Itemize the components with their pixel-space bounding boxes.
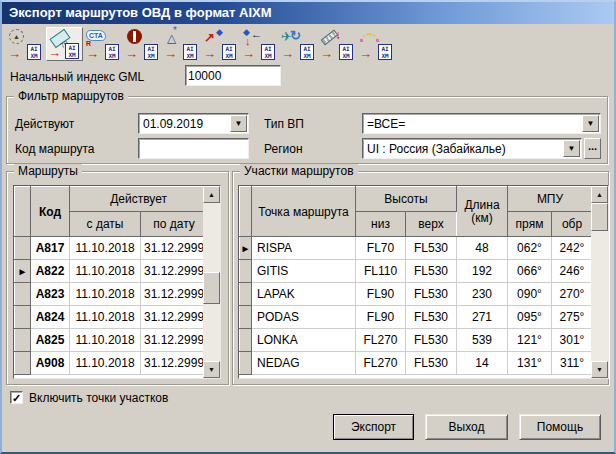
toolbar-button-export-navaids[interactable]: △*→AIXM bbox=[163, 27, 200, 61]
red-arrow-icon: → bbox=[164, 48, 177, 59]
aixm-badge: AIXM bbox=[339, 44, 353, 60]
scroll-thumb[interactable] bbox=[203, 272, 220, 304]
valid-from: 11.10.2018 bbox=[70, 260, 141, 283]
airspace-type-combo[interactable]: =ВСЕ= ▼ bbox=[362, 113, 601, 134]
routes-scrollbar[interactable]: ▲ ▼ bbox=[203, 186, 220, 378]
track-forward: 131° bbox=[508, 352, 552, 375]
scroll-up-button[interactable]: ▲ bbox=[591, 186, 608, 203]
toolbar: ▲→AIXM70→AIXMCTAR→AIXM→AIXM△*→AIXM↗◆→AIX… bbox=[2, 24, 614, 64]
valid-date-combo[interactable]: 01.09.2019 ▼ bbox=[138, 113, 249, 134]
window-title: Экспорт маршрутов ОВД в формат AIXM bbox=[9, 5, 272, 20]
aixm-badge: AIXM bbox=[65, 43, 79, 59]
route-code: A825 bbox=[31, 329, 70, 352]
valid-to: 31.12.2999 bbox=[141, 306, 208, 329]
up-arrow-shape: ↗ bbox=[204, 30, 215, 45]
aixm-badge: AIXM bbox=[144, 44, 158, 60]
chevron-down-icon[interactable]: ▼ bbox=[230, 115, 247, 132]
row-selector bbox=[240, 352, 252, 375]
help-button[interactable]: Помощь bbox=[519, 414, 601, 440]
toolbar-button-export-restricted-zones[interactable]: →AIXM bbox=[124, 27, 161, 61]
toolbar-button-export-route-points[interactable]: →AIXM bbox=[358, 27, 395, 61]
toolbar-button-export-beacons[interactable]: ▲→AIXM bbox=[7, 27, 44, 61]
red-down-arrow-shape: ↓ bbox=[335, 28, 341, 42]
track-back: 301° bbox=[552, 329, 593, 352]
segments-scrollbar[interactable]: ▲ ▼ bbox=[591, 186, 608, 378]
route-code-field[interactable] bbox=[138, 138, 249, 159]
export-button[interactable]: Экспорт bbox=[333, 414, 414, 440]
row-selector bbox=[240, 329, 252, 352]
table-row[interactable]: LAPAKFL90FL530230090°270° bbox=[240, 283, 593, 306]
region-combo[interactable]: UI : Россия (Забайкалье) ▼ bbox=[362, 138, 582, 159]
gml-index-field[interactable] bbox=[185, 65, 281, 86]
table-row[interactable]: GITISFL110FL530192066°246° bbox=[240, 260, 593, 283]
routes-table: Код Действует с даты по дату A81711.10.2… bbox=[14, 186, 208, 375]
route-code-label: Код маршрута bbox=[15, 142, 95, 156]
scroll-up-button[interactable]: ▲ bbox=[203, 186, 220, 203]
route-point: LAPAK bbox=[252, 283, 356, 306]
circular-arrow-shape: ↻ bbox=[290, 28, 301, 43]
check-icon: ✓ bbox=[12, 392, 21, 404]
region-browse-button[interactable]: ... bbox=[584, 138, 601, 159]
col-header-code: Код bbox=[31, 187, 70, 237]
exit-button[interactable]: Выход bbox=[425, 414, 508, 440]
gml-index-label: Начальный индекс GML bbox=[10, 70, 144, 84]
aixm-badge: AIXM bbox=[105, 44, 119, 60]
col-header-back: обр bbox=[552, 212, 593, 237]
row-selector bbox=[15, 283, 31, 306]
row-selector bbox=[15, 352, 31, 375]
toolbar-button-export-routes[interactable]: 70→AIXM bbox=[46, 27, 83, 61]
segments-group-title: Участки маршрутов bbox=[240, 164, 358, 178]
table-row[interactable]: NEDAGFL270FL53014131°311° bbox=[240, 352, 593, 375]
height-high: FL530 bbox=[406, 260, 457, 283]
toolbar-button-export-holdings[interactable]: ✈↻→AIXM bbox=[280, 27, 317, 61]
aixm-badge: AIXM bbox=[183, 44, 197, 60]
table-row[interactable]: ►RISPAFL70FL53048062°242° bbox=[240, 237, 593, 260]
red-arrow-icon: → bbox=[8, 48, 21, 59]
scroll-down-button[interactable]: ▼ bbox=[591, 361, 608, 378]
table-row[interactable]: ►A82211.10.201831.12.2999 bbox=[15, 260, 208, 283]
length-km: 192 bbox=[457, 260, 508, 283]
valid-to: 31.12.2999 bbox=[141, 352, 208, 375]
table-row[interactable]: A90811.10.201831.12.2999 bbox=[15, 352, 208, 375]
col-header-valid: Действует bbox=[70, 187, 208, 212]
toolbar-button-export-arrival-points[interactable]: ◆←↓→AIXM bbox=[241, 27, 278, 61]
length-km: 271 bbox=[457, 306, 508, 329]
route-code: A823 bbox=[31, 283, 70, 306]
height-high: FL530 bbox=[406, 329, 457, 352]
route-code-input[interactable] bbox=[141, 140, 246, 157]
table-row[interactable]: A82411.10.201831.12.2999 bbox=[15, 306, 208, 329]
titlebar: Экспорт маршрутов ОВД в формат AIXM bbox=[2, 2, 614, 24]
scroll-thumb[interactable] bbox=[591, 203, 608, 231]
row-selector bbox=[15, 329, 31, 352]
height-low: FL110 bbox=[356, 260, 406, 283]
gml-index-input[interactable] bbox=[188, 67, 278, 84]
aixm-badge: AIXM bbox=[222, 44, 236, 60]
table-row[interactable]: PODASFL90FL530271095°275° bbox=[240, 306, 593, 329]
col-header-length: Длина (км) bbox=[457, 187, 508, 237]
valid-date-value: 01.09.2019 bbox=[143, 117, 229, 131]
track-forward: 095° bbox=[508, 306, 552, 329]
toolbar-button-export-cta-airspace[interactable]: CTAR→AIXM bbox=[85, 27, 122, 61]
chevron-down-icon[interactable]: ▼ bbox=[582, 115, 599, 132]
row-selector bbox=[15, 237, 31, 260]
table-row[interactable]: A82511.10.201831.12.2999 bbox=[15, 329, 208, 352]
height-high: FL530 bbox=[406, 237, 457, 260]
track-forward: 062° bbox=[508, 237, 552, 260]
track-back: 242° bbox=[552, 237, 593, 260]
row-selector: ► bbox=[15, 260, 31, 283]
include-points-checkbox[interactable]: ✓ bbox=[10, 391, 23, 404]
length-km: 230 bbox=[457, 283, 508, 306]
route-point: LONKA bbox=[252, 329, 356, 352]
table-row[interactable]: A81711.10.201831.12.2999 bbox=[15, 237, 208, 260]
valid-to: 31.12.2999 bbox=[141, 283, 208, 306]
route-point: GITIS bbox=[252, 260, 356, 283]
toolbar-button-export-runways[interactable]: ↓→AIXM bbox=[319, 27, 356, 61]
table-row[interactable]: A82311.10.201831.12.2999 bbox=[15, 283, 208, 306]
chevron-down-icon[interactable]: ▼ bbox=[563, 140, 580, 157]
toolbar-button-export-departure-points[interactable]: ↗◆→AIXM bbox=[202, 27, 239, 61]
table-row[interactable]: LONKAFL270FL530539121°301° bbox=[240, 329, 593, 352]
prohibited-circle-shape bbox=[127, 29, 142, 44]
aixm-badge: AIXM bbox=[300, 44, 314, 60]
scroll-down-button[interactable]: ▼ bbox=[203, 361, 220, 378]
left-arrow-shape: ← bbox=[251, 28, 262, 40]
